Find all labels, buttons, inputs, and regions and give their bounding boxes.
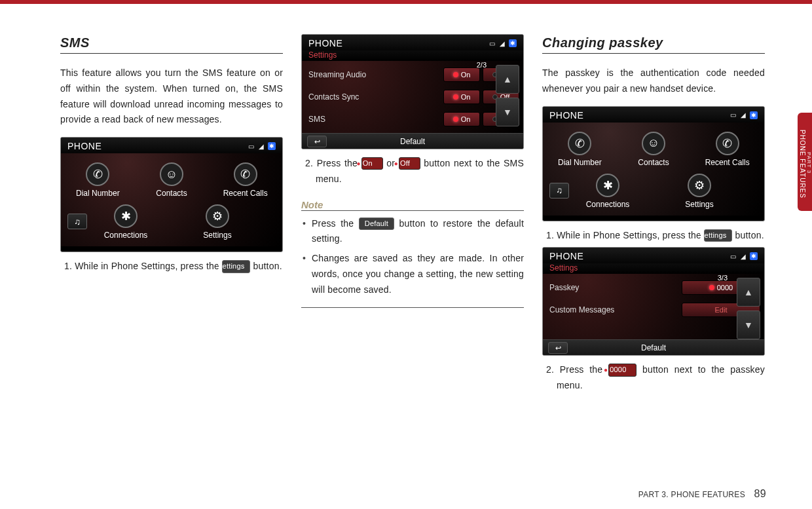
shot-subtitle: Settings xyxy=(543,263,764,274)
default-pill: Default xyxy=(359,217,394,230)
battery-icon: ▭ xyxy=(248,143,255,150)
shot-title: PHONE xyxy=(308,38,342,48)
label: Contacts xyxy=(156,189,187,198)
back-button[interactable]: ↩ xyxy=(548,342,568,354)
shot-title: PHONE xyxy=(549,110,583,121)
text: 2. Press the xyxy=(546,364,608,375)
side-tab-part: PART 3 xyxy=(806,117,812,210)
scroll-buttons: ▲ ▼ xyxy=(496,65,519,126)
section-title-sms: SMS xyxy=(60,35,283,54)
row-streaming-audio: Streaming Audio On Off xyxy=(308,64,519,86)
back-button[interactable]: ↩ xyxy=(307,136,327,147)
toggle-on[interactable]: On xyxy=(443,90,480,104)
menu-contacts[interactable]: ☺Contacts xyxy=(139,162,204,198)
label: Recent Calls xyxy=(223,189,268,198)
menu-dial-number[interactable]: ✆Dial Number xyxy=(65,162,130,198)
menu-settings[interactable]: ⚙Settings xyxy=(667,174,732,209)
column-passkey: Changing passkey The passkey is the auth… xyxy=(542,30,765,398)
bluetooth-icon: ✱ xyxy=(750,111,758,119)
bluetooth-circle-icon: ✱ xyxy=(114,204,138,228)
recent-icon: ✆ xyxy=(716,132,739,155)
note-item-2: Changes are saved as they are made. In o… xyxy=(310,251,524,297)
scroll-buttons: ▲ ▼ xyxy=(737,278,760,339)
menu-connections[interactable]: ✱Connections xyxy=(575,174,640,209)
label: Connections xyxy=(104,231,148,240)
note-heading: Note xyxy=(301,199,524,211)
person-icon: ☺ xyxy=(642,132,665,155)
passkey-step-2: 2. Press the 0000 button next to the pas… xyxy=(542,362,765,394)
scroll-up-button[interactable]: ▲ xyxy=(496,65,519,94)
footer-crumb: PART 3. PHONE FEATURES xyxy=(638,490,745,499)
settings-list: 2/3 Streaming Audio On Off Contacts Sync… xyxy=(302,61,523,133)
label: Recent Calls xyxy=(705,158,750,167)
default-label[interactable]: Default xyxy=(400,137,425,146)
sms-intro-text: This feature allows you turn the SMS fea… xyxy=(60,66,283,128)
footer-page-number: 89 xyxy=(754,488,766,499)
side-tab: PART 3 PHONE FEATURES xyxy=(798,113,812,211)
scroll-down-button[interactable]: ▼ xyxy=(737,311,760,339)
status-icons: ▭ ◢ ✱ xyxy=(730,111,758,119)
shot-titlebar: PHONE ▭ ◢ ✱ xyxy=(61,138,282,153)
sms-step-2: 2. Press the On or Off button next to th… xyxy=(301,156,524,187)
default-label[interactable]: Default xyxy=(641,343,666,352)
battery-icon: ▭ xyxy=(730,111,737,119)
label: Contacts xyxy=(638,158,669,167)
status-icons: ▭ ◢ ✱ xyxy=(248,142,276,150)
bluetooth-icon: ✱ xyxy=(509,39,517,47)
scroll-down-button[interactable]: ▼ xyxy=(496,98,519,126)
page-counter: 2/3 xyxy=(477,61,487,69)
shot-titlebar: PHONE ▭ ◢ ✱ xyxy=(302,35,523,50)
menu-settings[interactable]: ⚙Settings xyxy=(185,204,250,240)
off-pill: Off xyxy=(399,157,420,170)
label: Dial Number xyxy=(76,189,120,198)
recent-icon: ✆ xyxy=(234,162,257,186)
menu-dial-number[interactable]: ✆Dial Number xyxy=(547,132,612,167)
signal-icon: ◢ xyxy=(741,253,747,260)
shot-title: PHONE xyxy=(67,141,101,151)
now-playing-button[interactable]: ♫ xyxy=(549,183,569,198)
signal-icon: ◢ xyxy=(259,143,265,150)
passkey-intro-text: The passkey is the authentication code n… xyxy=(542,66,765,97)
toggle-on[interactable]: On xyxy=(443,112,480,126)
signal-icon: ◢ xyxy=(500,40,506,47)
settings-pill: Settings xyxy=(222,260,250,273)
note-item-1: Press the Default button to restore the … xyxy=(310,216,524,248)
row-contacts-sync: Contacts Sync On Off xyxy=(308,86,519,108)
signal-icon: ◢ xyxy=(741,111,747,119)
on-pill: On xyxy=(361,157,383,170)
shot-body: ✆Dial Number ☺Contacts ✆Recent Calls ✱Co… xyxy=(543,123,764,216)
label: Contacts Sync xyxy=(308,92,441,102)
side-tab-title: PHONE FEATURES xyxy=(799,130,806,198)
label: Settings xyxy=(203,231,231,240)
battery-icon: ▭ xyxy=(489,40,496,47)
menu-contacts[interactable]: ☺Contacts xyxy=(621,132,686,167)
status-icons: ▭ ◢ ✱ xyxy=(730,252,758,260)
label: Settings xyxy=(685,200,713,209)
phone-icon: ✆ xyxy=(86,162,109,186)
row-custom-messages: Custom Messages Edit xyxy=(549,299,760,321)
shot-subtitle: Settings xyxy=(302,50,523,61)
now-playing-button[interactable]: ♫ xyxy=(67,214,87,229)
passkey-step-1: 1. While in Phone Settings, press the Se… xyxy=(542,228,765,244)
menu-recent-calls[interactable]: ✆Recent Calls xyxy=(695,132,760,167)
menu-recent-calls[interactable]: ✆Recent Calls xyxy=(213,162,278,198)
scroll-up-button[interactable]: ▲ xyxy=(737,278,760,307)
text: button. xyxy=(250,261,282,271)
toggle-on[interactable]: On xyxy=(443,67,480,82)
screenshot-phone-home-1: PHONE ▭ ◢ ✱ ✆Dial Number ☺Contacts ✆Rece… xyxy=(60,137,283,252)
text: Press the xyxy=(312,218,359,229)
status-icons: ▭ ◢ ✱ xyxy=(489,39,517,47)
shot-bottombar: ↩ Default xyxy=(302,133,523,149)
row-sms: SMS On Off xyxy=(308,108,519,130)
page-footer: PART 3. PHONE FEATURES 89 xyxy=(638,488,766,500)
shot-bottombar: ↩ Default xyxy=(543,339,764,355)
settings-list: 3/3 Passkey 0000 Custom Messages Edit ▲ … xyxy=(543,274,764,339)
sms-step-1: 1. While in Phone Settings, press the Se… xyxy=(60,259,283,274)
menu-connections[interactable]: ✱Connections xyxy=(93,204,158,240)
row-passkey: Passkey 0000 xyxy=(549,276,760,299)
column-sms-settings: PHONE ▭ ◢ ✱ Settings 2/3 Streaming Audio… xyxy=(301,30,524,398)
text: 1. While in Phone Settings, press the xyxy=(64,261,222,271)
column-sms: SMS This feature allows you turn the SMS… xyxy=(60,30,283,398)
gear-icon: ⚙ xyxy=(688,174,711,197)
battery-icon: ▭ xyxy=(730,253,737,260)
